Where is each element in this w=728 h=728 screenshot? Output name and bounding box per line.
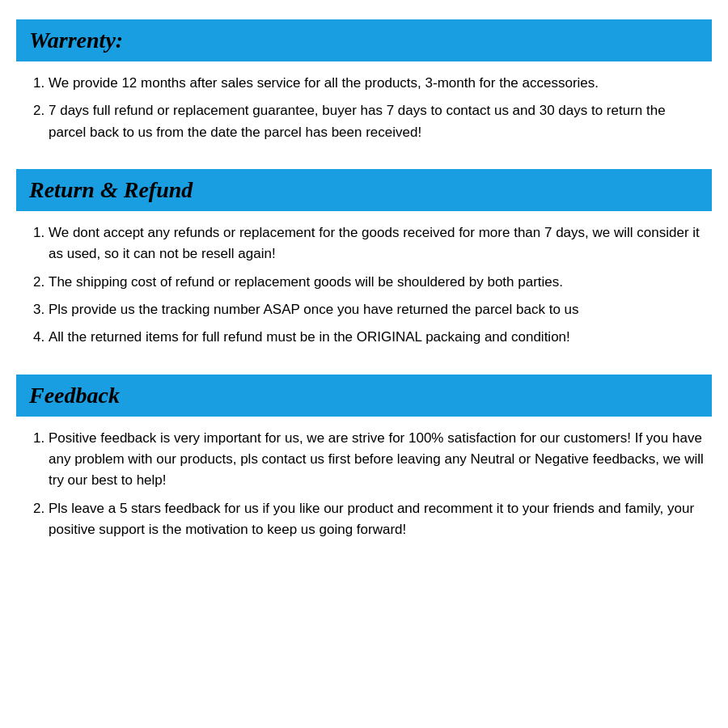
return-refund-section: Return & Refund We dont accept any refun… [16, 169, 712, 363]
return-refund-title: Return & Refund [29, 177, 699, 203]
feedback-header: Feedback [16, 375, 712, 417]
return-refund-header: Return & Refund [16, 169, 712, 211]
feedback-list: Positive feedback is very important for … [32, 428, 704, 541]
list-item: We provide 12 months after sales service… [49, 73, 704, 94]
list-item: Pls leave a 5 stars feedback for us if y… [49, 498, 704, 541]
list-item: We dont accept any refunds or replacemen… [49, 222, 704, 265]
list-item: All the returned items for full refund m… [49, 327, 704, 348]
feedback-title: Feedback [29, 383, 699, 408]
feedback-section: Feedback Positive feedback is very impor… [16, 375, 712, 556]
warranty-content: We provide 12 months after sales service… [16, 73, 712, 158]
feedback-content: Positive feedback is very important for … [16, 428, 712, 556]
list-item: 7 days full refund or replacement guaran… [49, 100, 704, 143]
warranty-title: Warrenty: [29, 28, 699, 53]
warranty-list: We provide 12 months after sales service… [32, 73, 704, 143]
return-refund-content: We dont accept any refunds or replacemen… [16, 222, 712, 363]
list-item: The shipping cost of refund or replaceme… [49, 272, 704, 293]
list-item: Positive feedback is very important for … [49, 428, 704, 492]
list-item: Pls provide us the tracking number ASAP … [49, 299, 704, 320]
warranty-section: Warrenty: We provide 12 months after sal… [16, 19, 712, 158]
return-refund-list: We dont accept any refunds or replacemen… [32, 222, 704, 349]
warranty-header: Warrenty: [16, 19, 712, 61]
